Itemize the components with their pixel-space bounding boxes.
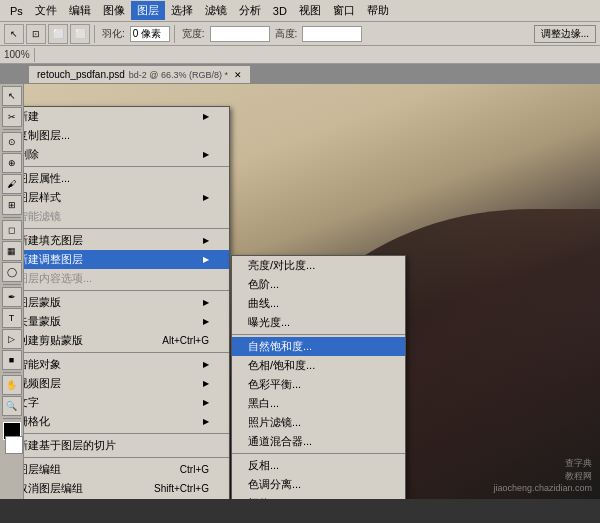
canvas-area: 查字典 教程网 jiaocheng.chazidian.com 新建 复制图层.… (24, 84, 600, 499)
tool-path[interactable]: ▷ (2, 329, 22, 349)
tool-clone[interactable]: ⊞ (2, 195, 22, 215)
sep-2 (24, 228, 229, 229)
menu-layer-props[interactable]: 图层属性... (24, 169, 229, 188)
menu-slice[interactable]: 新建基于图层的切片 (24, 436, 229, 455)
tab-filename: retouch_psdfan.psd (37, 69, 125, 80)
tool-brush[interactable]: 🖌 (2, 174, 22, 194)
menu-type[interactable]: 文字 (24, 393, 229, 412)
zoom-level: 100% (4, 49, 30, 60)
photoshop-app: Ps 文件 编辑 图像 图层 选择 滤镜 分析 3D 视图 窗口 帮助 ↖ ⊡ … (0, 0, 600, 499)
toolbar-feather-input[interactable] (130, 26, 170, 42)
menu-duplicate[interactable]: 复制图层... (24, 126, 229, 145)
tab-close-icon[interactable]: ✕ (234, 70, 242, 80)
left-toolbar: ↖ ✂ ⊙ ⊕ 🖌 ⊞ ◻ ▦ ◯ ✒ T ▷ ■ ✋ 🔍 (0, 84, 24, 499)
lt-sep-5 (3, 418, 21, 419)
options-bar: 100% (0, 46, 600, 64)
menu-ps[interactable]: Ps (4, 3, 29, 19)
tool-gradient[interactable]: ▦ (2, 241, 22, 261)
menu-rasterize[interactable]: 栅格化 (24, 412, 229, 431)
menu-layer-style[interactable]: 图层样式 (24, 188, 229, 207)
adj-sep-1 (232, 334, 405, 335)
adj-photo-filter[interactable]: 照片滤镜... (232, 413, 405, 432)
menu-vector-mask[interactable]: 矢量蒙版 (24, 312, 229, 331)
tool-text[interactable]: T (2, 308, 22, 328)
menu-filter[interactable]: 滤镜 (199, 1, 233, 20)
menu-new-adj[interactable]: 新建调整图层 (24, 250, 229, 269)
layer-menu-container: 新建 复制图层... 删除 图层属性... 图层样式 智能滤镜 新建填充图层 新… (24, 84, 230, 499)
tool-pen[interactable]: ✒ (2, 287, 22, 307)
tool-lasso[interactable]: ⊙ (2, 132, 22, 152)
menu-new-fill[interactable]: 新建填充图层 (24, 231, 229, 250)
menu-smart-objects[interactable]: 智能对象 (24, 355, 229, 374)
toolbar-height-input[interactable] (302, 26, 362, 42)
menu-view[interactable]: 视图 (293, 1, 327, 20)
menu-group-layers[interactable]: 图层编组Ctrl+G (24, 460, 229, 479)
tool-hand[interactable]: ✋ (2, 375, 22, 395)
toolbar-arrow-btn[interactable]: ↖ (4, 24, 24, 44)
tool-select[interactable]: ↖ (2, 86, 22, 106)
tab-bar: retouch_psdfan.psd bd-2 @ 66.3% (RGB/8) … (0, 64, 600, 84)
tool-eraser[interactable]: ◻ (2, 220, 22, 240)
menu-delete[interactable]: 删除 (24, 145, 229, 164)
menu-help[interactable]: 帮助 (361, 1, 395, 20)
adj-sep-2 (232, 453, 405, 454)
sep-4 (24, 352, 229, 353)
tool-dodge[interactable]: ◯ (2, 262, 22, 282)
sep-3 (24, 290, 229, 291)
adj-levels[interactable]: 色阶... (232, 275, 405, 294)
menu-3d[interactable]: 3D (267, 3, 293, 19)
watermark-line3: jiaocheng.chazidian.com (493, 482, 592, 495)
toolbar-rect-btn[interactable]: ⬜ (48, 24, 68, 44)
menu-layer[interactable]: 图层 (131, 1, 165, 20)
menu-select[interactable]: 选择 (165, 1, 199, 20)
toolbar-height-label: 高度: (275, 27, 298, 41)
adj-invert[interactable]: 反相... (232, 456, 405, 475)
menu-video-layers[interactable]: 视频图层 (24, 374, 229, 393)
tool-heal[interactable]: ⊕ (2, 153, 22, 173)
adj-hue-sat[interactable]: 色相/饱和度... (232, 356, 405, 375)
lt-sep-3 (3, 284, 21, 285)
adj-brightness[interactable]: 亮度/对比度... (232, 256, 405, 275)
toolbar-sep-1 (94, 25, 95, 43)
menu-bar: Ps 文件 编辑 图像 图层 选择 滤镜 分析 3D 视图 窗口 帮助 (0, 0, 600, 22)
refine-edge-button[interactable]: 调整边缘... (534, 25, 596, 43)
toolbar-brush-btn[interactable]: ⬜ (70, 24, 90, 44)
background-color[interactable] (5, 436, 23, 454)
watermark: 查字典 教程网 jiaocheng.chazidian.com (493, 457, 592, 495)
menu-layer-content[interactable]: 图层内容选项... (24, 269, 229, 288)
layer-dropdown: 新建 复制图层... 删除 图层属性... 图层样式 智能滤镜 新建填充图层 新… (24, 106, 230, 499)
toolbar-sep-2 (174, 25, 175, 43)
tool-shape[interactable]: ■ (2, 350, 22, 370)
adj-bw[interactable]: 黑白... (232, 394, 405, 413)
adj-color-balance[interactable]: 色彩平衡... (232, 375, 405, 394)
menu-file[interactable]: 文件 (29, 1, 63, 20)
adj-posterize[interactable]: 色调分离... (232, 475, 405, 494)
options-sep (34, 48, 35, 62)
document-tab[interactable]: retouch_psdfan.psd bd-2 @ 66.3% (RGB/8) … (28, 65, 251, 83)
lt-sep-1 (3, 129, 21, 130)
adj-curves[interactable]: 曲线... (232, 294, 405, 313)
menu-clipping-mask[interactable]: 创建剪贴蒙版Alt+Ctrl+G (24, 331, 229, 350)
adj-threshold[interactable]: 阈值... (232, 494, 405, 499)
menu-image[interactable]: 图像 (97, 1, 131, 20)
menu-smart-filter[interactable]: 智能滤镜 (24, 207, 229, 226)
adj-channel-mixer[interactable]: 通道混合器... (232, 432, 405, 451)
tool-crop[interactable]: ✂ (2, 107, 22, 127)
menu-ungroup-layers[interactable]: 取消图层编组Shift+Ctrl+G (24, 479, 229, 498)
adj-vibrance[interactable]: 自然饱和度... (232, 337, 405, 356)
sep-5 (24, 433, 229, 434)
menu-new[interactable]: 新建 (24, 107, 229, 126)
toolbar-feather-label: 羽化: (102, 27, 125, 41)
menu-hide-layers[interactable]: 隐藏图层 (24, 498, 229, 499)
menu-window[interactable]: 窗口 (327, 1, 361, 20)
lt-sep-4 (3, 372, 21, 373)
toolbar-lasso-btn[interactable]: ⊡ (26, 24, 46, 44)
toolbar-width-label: 宽度: (182, 27, 205, 41)
toolbar-width-input[interactable] (210, 26, 270, 42)
menu-analysis[interactable]: 分析 (233, 1, 267, 20)
lt-sep-2 (3, 217, 21, 218)
tool-zoom[interactable]: 🔍 (2, 396, 22, 416)
adj-exposure[interactable]: 曝光度... (232, 313, 405, 332)
menu-edit[interactable]: 编辑 (63, 1, 97, 20)
menu-layer-mask[interactable]: 图层蒙版 (24, 293, 229, 312)
